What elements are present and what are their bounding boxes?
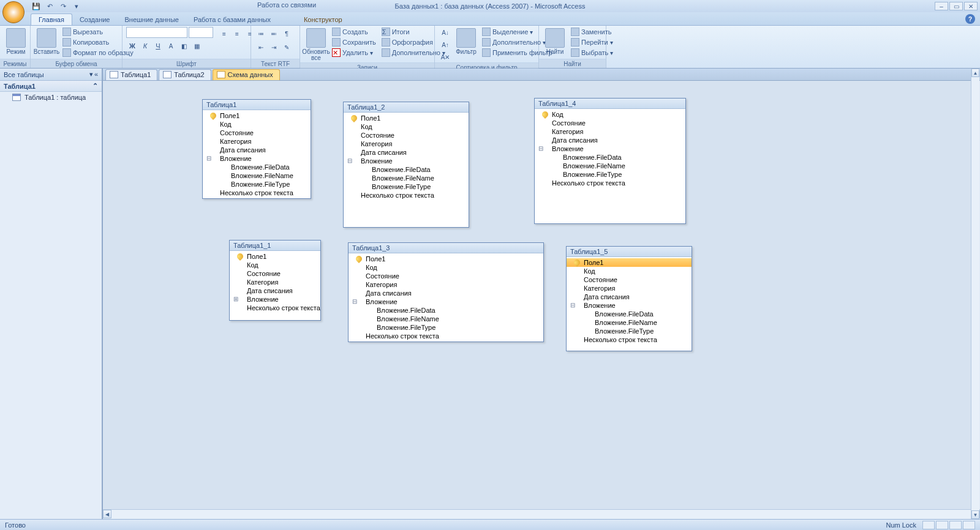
gridlines-button[interactable]: ▦ [190, 40, 203, 51]
table-box-header[interactable]: Таблица1 [203, 100, 311, 110]
table-field[interactable]: Вложение.FileData [203, 163, 311, 171]
table-field[interactable]: Несколько строк текста [567, 335, 692, 344]
help-button[interactable]: ? [965, 14, 975, 24]
table-field[interactable]: Код [349, 263, 543, 272]
table-field[interactable]: Дата списания [535, 136, 685, 144]
table-field[interactable]: Вложение.FileData [567, 310, 692, 318]
bold-button[interactable]: Ж [126, 40, 138, 51]
table-box[interactable]: Таблица1_3Поле1КодСостояниеКатегорияДата… [348, 242, 544, 342]
office-button[interactable] [2, 1, 24, 23]
maximize-button[interactable]: ▭ [949, 2, 963, 10]
table-field[interactable]: Поле1 [230, 252, 320, 261]
table-field[interactable]: Вложение.FileType [203, 180, 311, 188]
table-box-header[interactable]: Таблица1_1 [230, 241, 320, 251]
table-field[interactable]: Вложение [344, 157, 469, 165]
table-field[interactable]: Вложение.FileName [535, 162, 685, 170]
table-field[interactable]: Вложение.FileName [349, 315, 543, 323]
table-field[interactable]: Состояние [344, 131, 469, 140]
table-box-header[interactable]: Таблица1_4 [535, 99, 685, 109]
table-box[interactable]: Таблица1_1Поле1КодСостояниеКатегорияДата… [229, 240, 321, 321]
relationships-canvas[interactable]: Таблица1Поле1КодСостояниеКатегорияДата с… [103, 81, 980, 509]
table-field[interactable]: Код [535, 110, 685, 119]
view-btn-2[interactable] [936, 521, 948, 529]
table-field[interactable]: Несколько строк текста [203, 188, 311, 197]
save-record-button[interactable]: Сохранить [330, 37, 378, 47]
numbering-button[interactable]: ≕ [268, 28, 280, 39]
table-field[interactable]: Дата списания [230, 286, 320, 295]
table-field[interactable]: Категория [230, 278, 320, 286]
table-field[interactable]: Вложение [567, 301, 692, 310]
font-color-button[interactable]: A [165, 40, 177, 51]
paste-button[interactable]: Вставить [34, 27, 59, 56]
refresh-all-button[interactable]: Обновить все [304, 27, 328, 62]
table-box-header[interactable]: Таблица1_2 [344, 102, 469, 113]
decrease-indent-button[interactable]: ⇤ [255, 42, 267, 53]
table-box[interactable]: Таблица1_2Поле1КодСостояниеКатегорияДата… [343, 102, 469, 228]
table-field[interactable]: Несколько строк текста [344, 191, 469, 200]
tab-create[interactable]: Создание [72, 14, 118, 25]
table-box-header[interactable]: Таблица1_3 [349, 243, 543, 253]
table-field[interactable]: Вложение.FileName [567, 318, 692, 327]
table-field[interactable]: Дата списания [203, 146, 311, 154]
table-field[interactable]: Вложение.FileData [349, 306, 543, 315]
table-field[interactable]: Код [203, 120, 311, 129]
table-field[interactable]: Код [567, 267, 692, 275]
align-left-button[interactable]: ≡ [218, 28, 230, 39]
nav-group-header[interactable]: Таблица1 ⌃ [0, 81, 102, 92]
table-field[interactable]: Вложение [230, 295, 320, 304]
table-field[interactable]: Несколько строк текста [535, 179, 685, 187]
table-field[interactable]: Вложение [349, 297, 543, 306]
table-field[interactable]: Категория [567, 284, 692, 293]
replace-button[interactable]: Заменить [569, 27, 615, 37]
hscroll-track[interactable] [111, 510, 971, 519]
nav-item-table1[interactable]: Таблица1 : таблица [0, 92, 102, 103]
table-field[interactable]: Вложение.FileType [344, 182, 469, 191]
table-field[interactable]: Код [344, 122, 469, 131]
table-box[interactable]: Таблица1Поле1КодСостояниеКатегорияДата с… [202, 99, 311, 199]
table-field[interactable]: Категория [203, 137, 311, 146]
table-box[interactable]: Таблица1_5Поле1КодСостояниеКатегорияДата… [566, 246, 692, 351]
find-button[interactable]: Найти [543, 27, 567, 56]
collapse-group-icon[interactable]: ⌃ [92, 82, 98, 90]
vertical-scrollbar[interactable]: ▲ ▼ [971, 69, 979, 519]
redo-icon[interactable]: ↷ [58, 1, 69, 12]
scroll-left-button[interactable]: ◀ [103, 510, 111, 518]
sort-asc-button[interactable]: A↓ [439, 27, 452, 38]
new-record-button[interactable]: Создать [330, 27, 378, 37]
align-right-button[interactable]: ≡ [244, 28, 256, 39]
table-field[interactable]: Вложение.FileName [203, 171, 311, 180]
table-field[interactable]: Поле1 [344, 114, 469, 122]
tab-external-data[interactable]: Внешние данные [118, 14, 186, 25]
sort-desc-button[interactable]: A↑ [439, 39, 452, 50]
nav-header[interactable]: Все таблицы ▾« [0, 69, 102, 81]
delete-record-button[interactable]: ✕Удалить ▾ [330, 48, 378, 58]
underline-button[interactable]: Ч [152, 40, 164, 51]
table-field[interactable]: Категория [349, 280, 543, 289]
table-box[interactable]: Таблица1_4КодСостояниеКатегорияДата спис… [534, 98, 686, 224]
minimize-button[interactable]: – [935, 2, 948, 10]
table-field[interactable]: Дата списания [349, 289, 543, 297]
table-field[interactable]: Вложение [535, 144, 685, 153]
table-field[interactable]: Код [230, 261, 320, 269]
increase-indent-button[interactable]: ⇥ [268, 42, 280, 53]
view-btn-1[interactable] [922, 521, 935, 529]
text-dir-button[interactable]: ¶ [281, 28, 293, 39]
table-field[interactable]: Вложение.FileType [349, 323, 543, 332]
close-button[interactable]: ✕ [964, 2, 978, 10]
select-button[interactable]: Выбрать ▾ [569, 48, 615, 58]
view-button[interactable]: Режим [4, 27, 28, 56]
qat-customize-icon[interactable]: ▾ [71, 1, 82, 12]
table-box-header[interactable]: Таблица1_5 [567, 247, 692, 257]
undo-icon[interactable]: ↶ [44, 1, 55, 12]
table-field[interactable]: Состояние [203, 129, 311, 137]
table-field[interactable]: Вложение.FileType [567, 327, 692, 335]
table-field[interactable]: Вложение.FileData [344, 165, 469, 174]
font-family-combo[interactable] [126, 27, 187, 38]
font-size-combo[interactable] [189, 27, 213, 38]
table-field[interactable]: Состояние [349, 272, 543, 280]
view-btn-4[interactable] [963, 521, 975, 529]
bullets-button[interactable]: ≔ [255, 28, 267, 39]
horizontal-scrollbar[interactable]: ◀ ▶ [103, 509, 980, 519]
doc-tab-relationships[interactable]: Схема данных [213, 69, 280, 80]
table-field[interactable]: Поле1 [567, 258, 692, 267]
